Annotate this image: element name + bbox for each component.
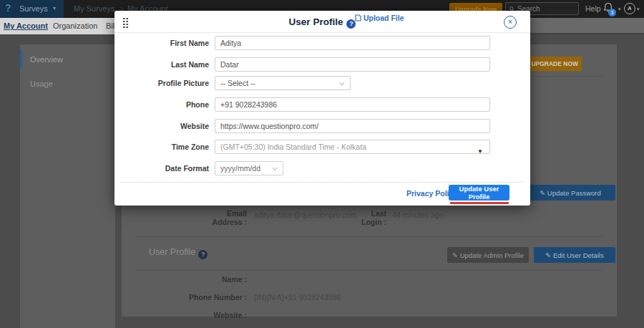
edit-icon: ✎ [540, 189, 545, 197]
close-icon[interactable]: × [504, 16, 517, 29]
user-profile-modal: User Profile? × First Name Last Name Pro… [114, 11, 530, 206]
edit-icon: ✎ [545, 251, 551, 259]
website-label: Website : [204, 311, 247, 319]
upload-file-link[interactable]: Upload File [355, 11, 404, 25]
help-icon[interactable]: ? [198, 250, 208, 259]
first-name-label: First Name [114, 36, 209, 50]
update-password-button[interactable]: ✎ Update Password [525, 185, 615, 201]
first-name-input[interactable] [215, 36, 490, 50]
phone-number-value: (IN)(N/A)+91 9028243986 [254, 293, 341, 302]
date-format-select[interactable]: yyyy/mm/dd [215, 161, 283, 175]
website-label: Website [114, 119, 209, 133]
update-admin-profile-button[interactable]: ✎ Update Admin Profile [447, 247, 529, 263]
annotation-red-underline [450, 202, 509, 204]
edit-icon: ✎ [452, 251, 458, 259]
chevron-down-icon[interactable]: ▾ [618, 6, 621, 12]
breadcrumb-parent[interactable]: My Surveys [74, 4, 114, 13]
phone-input[interactable] [215, 97, 490, 112]
last-name-label: Last Name [114, 57, 209, 72]
avatar[interactable]: A [624, 3, 635, 14]
divider [136, 236, 602, 237]
chevron-down-icon: ▾ [53, 5, 56, 11]
profile-picture-label: Profile Picture [114, 76, 209, 90]
phone-label: Phone [114, 97, 209, 112]
user-profile-section-title: User Profile? [149, 247, 208, 259]
tab-organization[interactable]: Organization [53, 21, 97, 30]
sidebar-item-usage[interactable]: Usage [20, 74, 115, 93]
product-menu-label: Surveys [19, 4, 48, 13]
caret-down-icon: ▼ [477, 145, 483, 158]
email-address-value: aditya.datar@questionpro.com [254, 211, 356, 219]
account-sidebar: Overview Usage [20, 44, 115, 328]
date-format-label: Date Format [114, 161, 209, 175]
email-address-label: Email Address : [204, 209, 247, 226]
last-name-input[interactable] [215, 57, 490, 72]
help-link[interactable]: Help [585, 4, 601, 13]
divider [122, 182, 523, 183]
questionpro-logo-icon: ? [5, 2, 11, 14]
notifications-button[interactable]: 3 [603, 2, 616, 16]
chevron-down-icon [339, 82, 345, 86]
time-zone-select[interactable]: (GMT+05:30) India Standard Time - Kolkat… [215, 140, 490, 154]
profile-picture-select[interactable]: -- Select -- [215, 76, 351, 90]
account-nav-visible: My Account Organization Billing [0, 18, 115, 34]
modal-title: User Profile? [114, 16, 530, 29]
file-icon [355, 14, 361, 21]
name-label: Name : [204, 275, 247, 284]
update-user-profile-button[interactable]: Update User Profile [449, 185, 509, 201]
tab-my-account[interactable]: My Account [4, 21, 48, 30]
chevron-down-icon[interactable]: ▾ [637, 6, 640, 12]
chevron-down-icon [272, 167, 278, 171]
notification-count-badge: 3 [608, 9, 616, 16]
edit-user-details-button[interactable]: ✎ Edit User Details [534, 247, 615, 263]
time-zone-label: Time Zone [114, 140, 209, 154]
product-switcher[interactable]: ? Surveys ▾ [0, 0, 64, 18]
sidebar-item-overview[interactable]: Overview [20, 50, 115, 69]
last-login-label: Last Login : [358, 209, 386, 226]
phone-number-label: Phone Number : [186, 293, 247, 302]
last-login-value: 44 minutes ago [392, 211, 444, 219]
divider [114, 32, 530, 33]
divider [136, 270, 602, 271]
website-input[interactable] [215, 119, 490, 133]
